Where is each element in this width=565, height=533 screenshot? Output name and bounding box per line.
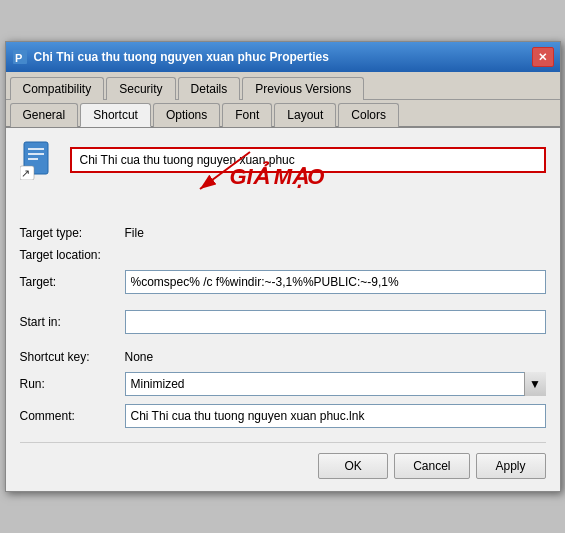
tab-general[interactable]: General [10, 103, 79, 127]
run-select[interactable]: Normal window Minimized Maximized [125, 372, 546, 396]
shortcut-key-label: Shortcut key: [20, 350, 125, 364]
tab-font[interactable]: Font [222, 103, 272, 127]
tabs-row2: General Shortcut Options Font Layout Col… [6, 100, 560, 128]
tab-options[interactable]: Options [153, 103, 220, 127]
svg-text:↗: ↗ [21, 167, 30, 179]
start-in-row: Start in: [20, 310, 546, 334]
apply-button[interactable]: Apply [476, 453, 546, 479]
tab-security[interactable]: Security [106, 77, 175, 100]
window-title: Chi Thi cua thu tuong nguyen xuan phuc P… [34, 50, 329, 64]
target-type-label: Target type: [20, 226, 125, 240]
properties-window: P Chi Thi cua thu tuong nguyen xuan phuc… [5, 41, 561, 492]
buttons-row: OK Cancel Apply [20, 442, 546, 479]
tab-compatibility[interactable]: Compatibility [10, 77, 105, 100]
target-location-label: Target location: [20, 248, 125, 262]
svg-rect-5 [28, 153, 44, 155]
target-type-value: File [125, 226, 144, 240]
comment-input[interactable] [125, 404, 546, 428]
window-icon: P [12, 49, 28, 65]
tabs-row1: Compatibility Security Details Previous … [6, 72, 560, 100]
shortcut-key-value: None [125, 350, 154, 364]
gia-mao-label: GIẢ MẠO [230, 164, 325, 190]
ok-button[interactable]: OK [318, 453, 388, 479]
tab-content: ↗ Chi Thi cua thu tuong nguyen xuan phuc… [6, 128, 560, 491]
file-icon: ↗ [20, 140, 60, 180]
tab-colors[interactable]: Colors [338, 103, 399, 127]
close-button[interactable]: ✕ [532, 47, 554, 67]
target-location-row: Target location: [20, 248, 546, 262]
title-bar-left: P Chi Thi cua thu tuong nguyen xuan phuc… [12, 49, 329, 65]
cancel-button[interactable]: Cancel [394, 453, 469, 479]
tab-layout[interactable]: Layout [274, 103, 336, 127]
start-in-label: Start in: [20, 315, 125, 329]
title-bar: P Chi Thi cua thu tuong nguyen xuan phuc… [6, 42, 560, 72]
tab-previous-versions[interactable]: Previous Versions [242, 77, 364, 100]
run-select-wrapper: Normal window Minimized Maximized ▼ [125, 372, 546, 396]
svg-text:P: P [15, 52, 22, 64]
run-row: Run: Normal window Minimized Maximized ▼ [20, 372, 546, 396]
run-label: Run: [20, 377, 125, 391]
svg-rect-6 [28, 158, 38, 160]
svg-rect-4 [28, 148, 44, 150]
target-label: Target: [20, 275, 125, 289]
tab-details[interactable]: Details [178, 77, 241, 100]
comment-label: Comment: [20, 409, 125, 423]
target-type-row: Target type: File [20, 226, 546, 240]
target-input[interactable] [125, 270, 546, 294]
target-row: Target: [20, 270, 546, 294]
shortcut-key-row: Shortcut key: None [20, 350, 546, 364]
tab-shortcut[interactable]: Shortcut [80, 103, 151, 127]
start-in-input[interactable] [125, 310, 546, 334]
comment-row: Comment: [20, 404, 546, 428]
